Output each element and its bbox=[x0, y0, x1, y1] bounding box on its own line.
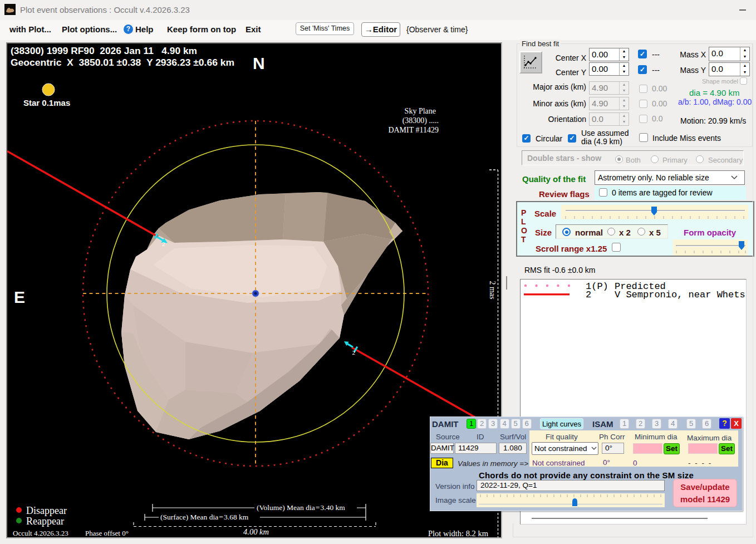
svg-text:(38300) 1999 RF90 2026 Jan 11: (38300) 1999 RF90 2026 Jan 11 4.90 km bbox=[11, 46, 197, 56]
svg-text:E: E bbox=[14, 288, 25, 306]
svg-text:Star 0.1mas: Star 0.1mas bbox=[23, 98, 70, 107]
svg-text:Phase offset 0°: Phase offset 0° bbox=[85, 529, 129, 537]
svg-text:N: N bbox=[253, 54, 265, 72]
svg-text:Occult 4.2026.3.23: Occult 4.2026.3.23 bbox=[13, 529, 68, 537]
svg-text:DAMIT #11429: DAMIT #11429 bbox=[388, 126, 439, 134]
svg-text:Sky Plane: Sky Plane bbox=[405, 107, 436, 115]
svg-text:2 mas: 2 mas bbox=[488, 281, 497, 299]
svg-text:Reappear: Reappear bbox=[26, 516, 64, 527]
svg-text:Plot width: 8.2 km: Plot width: 8.2 km bbox=[428, 529, 489, 537]
svg-text:V Sempronio, near Whets: V Sempronio, near Whets bbox=[615, 290, 745, 300]
svg-text:(38300) .....: (38300) ..... bbox=[402, 116, 439, 125]
svg-text:2: 2 bbox=[586, 290, 591, 300]
svg-text:Disappear: Disappear bbox=[26, 505, 67, 516]
svg-text:2: 2 bbox=[352, 349, 356, 356]
svg-text:(Volume) Mean dia = 3.40 km: (Volume) Mean dia = 3.40 km bbox=[257, 503, 345, 512]
svg-text:(Surface) Mean dia = 3.68 km: (Surface) Mean dia = 3.68 km bbox=[160, 513, 249, 521]
svg-text:2: 2 bbox=[162, 241, 165, 247]
svg-text:4.00 km: 4.00 km bbox=[243, 527, 269, 536]
svg-text:Geocentric X 3850.01 ±0.38: Geocentric X 3850.01 ±0.38 Y 2936.23 ±0.… bbox=[11, 57, 234, 68]
